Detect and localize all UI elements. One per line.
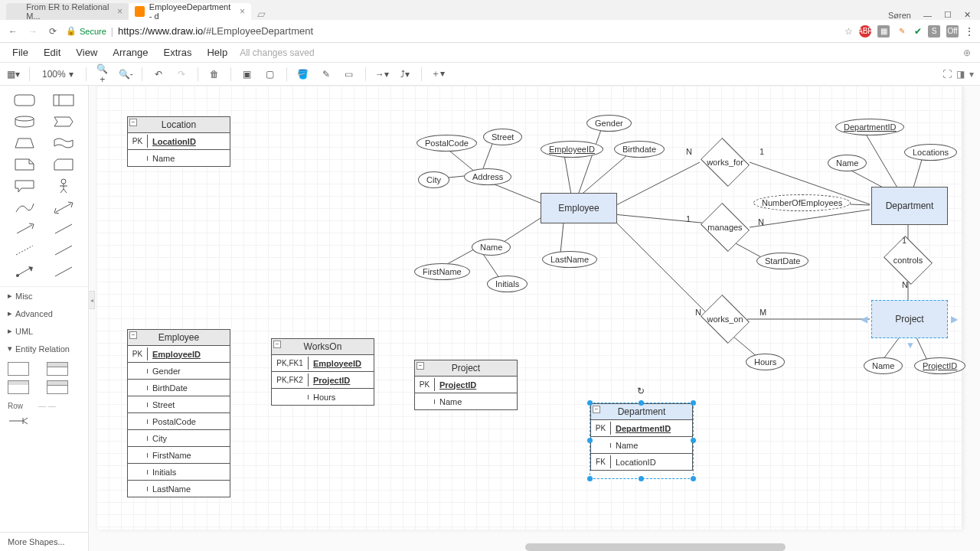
attr-name-proj[interactable]: Name (864, 357, 903, 374)
menu-help[interactable]: Help (201, 45, 234, 60)
shape-arrow-bidir[interactable] (48, 199, 80, 216)
zoom-in-icon[interactable]: 🔍+ (96, 64, 109, 85)
shadow-button[interactable]: ▭ (342, 69, 356, 80)
attr-employeeid[interactable]: EmployeeID (541, 141, 603, 158)
undo-button[interactable]: ↶ (152, 69, 165, 80)
resize-handle[interactable] (691, 400, 696, 406)
menu-extras[interactable]: Extras (158, 45, 198, 60)
line-color-button[interactable]: ✎ (319, 69, 333, 80)
er-shape-header[interactable] (47, 362, 68, 376)
bookmark-star-icon[interactable]: ☆ (844, 26, 853, 37)
attr-city[interactable]: City (418, 171, 449, 188)
attr-hours[interactable]: Hours (746, 354, 785, 370)
er-row-label[interactable]: Row (8, 402, 23, 410)
menu-arrange[interactable]: Arrange (106, 45, 154, 60)
shape-callout[interactable] (9, 178, 41, 194)
tab-close-icon[interactable]: × (240, 6, 245, 17)
table-department[interactable]: − Department PKDepartmentID Name FKLocat… (590, 403, 693, 471)
extension-icon[interactable]: ✔ (914, 26, 922, 37)
menu-edit[interactable]: Edit (38, 45, 67, 60)
url-input[interactable]: 🔒Secure | https://www.draw.io/#LEmployee… (66, 25, 838, 37)
tab-close-icon[interactable]: × (117, 6, 122, 17)
category-uml[interactable]: ▸ UML (0, 322, 88, 340)
shape-card[interactable] (48, 156, 80, 173)
redo-button[interactable]: ↷ (175, 69, 188, 80)
relationship-works-for[interactable]: works_for (697, 147, 753, 178)
attr-street[interactable]: Street (483, 129, 522, 145)
resize-handle[interactable] (587, 400, 593, 406)
category-misc[interactable]: ▸ Misc (0, 287, 88, 305)
canvas-area[interactable]: − Location PKLocationID Name − Employee … (89, 86, 980, 551)
attr-gender[interactable]: Gender (586, 115, 632, 132)
minimize-button[interactable]: — (923, 11, 932, 20)
shape-link-arrow[interactable] (9, 263, 41, 280)
close-window-button[interactable]: ✕ (964, 10, 971, 20)
waypoint-style[interactable]: ⤴▾ (398, 69, 412, 80)
table-project[interactable]: − Project PKProjectID Name (414, 360, 518, 410)
reload-button[interactable]: ⟳ (46, 26, 60, 37)
rotate-handle[interactable]: ↻ (637, 386, 646, 395)
horizontal-scrollbar[interactable] (525, 543, 786, 551)
attr-firstname[interactable]: FirstName (414, 263, 470, 280)
table-employee[interactable]: − Employee PKEmployeeID Gender BirthDate… (127, 329, 230, 497)
shape-container[interactable] (48, 92, 80, 109)
shape-cylinder[interactable] (9, 113, 41, 130)
resize-handle[interactable] (587, 476, 593, 481)
attr-address[interactable]: Address (464, 168, 511, 185)
fill-color-button[interactable]: 🪣 (296, 69, 310, 80)
shape-note[interactable] (9, 156, 41, 173)
shape-line2[interactable] (48, 263, 80, 280)
shape-dashed[interactable] (9, 242, 41, 259)
shape-curve[interactable] (9, 199, 41, 216)
attr-projectid[interactable]: ProjectID (914, 357, 965, 374)
resize-handle[interactable] (691, 476, 696, 481)
attr-name-dept[interactable]: Name (828, 155, 867, 171)
collapse-icon[interactable]: − (273, 341, 281, 348)
attr-locations[interactable]: Locations (904, 144, 957, 161)
browser-tab-inactive[interactable]: From ER to Relational M... × (6, 3, 129, 20)
relationship-controls[interactable]: controls (880, 245, 936, 276)
insert-button[interactable]: ＋▾ (431, 67, 445, 80)
shape-tape[interactable] (48, 135, 80, 152)
menu-button[interactable]: ⋮ (965, 26, 974, 37)
entity-employee[interactable]: Employee (541, 193, 617, 223)
attr-name-emp[interactable]: Name (472, 239, 511, 256)
entity-project[interactable]: Project (871, 300, 948, 338)
shape-line-thin[interactable] (48, 220, 80, 237)
connect-arrow-icon[interactable]: ▶ (951, 314, 958, 324)
connect-arrow-icon[interactable]: ▼ (906, 340, 915, 350)
menu-file[interactable]: File (6, 45, 34, 60)
attr-departmentid[interactable]: DepartmentID (835, 119, 904, 135)
collapse-icon[interactable]: ▾ (969, 69, 974, 80)
adblock-icon[interactable]: ABP (859, 25, 871, 37)
attr-numberofemployees[interactable]: NumberOfEmployees (753, 194, 851, 211)
shape-actor[interactable] (48, 178, 80, 194)
shape-arrow[interactable] (9, 220, 41, 237)
extension-icon[interactable]: Off (946, 25, 959, 37)
new-tab-button[interactable]: ▱ (251, 8, 272, 20)
collapse-icon[interactable]: − (416, 362, 424, 370)
sidebar-splitter[interactable]: ◂ (89, 291, 95, 309)
to-back-button[interactable]: ▢ (263, 69, 277, 80)
er-shape-plain[interactable] (8, 362, 29, 376)
zoom-select[interactable]: 100% ▾ (39, 67, 77, 81)
extension-icon[interactable]: ✎ (896, 25, 908, 37)
shape-step[interactable] (48, 113, 80, 130)
shape-line[interactable] (48, 242, 80, 259)
entity-department[interactable]: Department (871, 187, 948, 225)
maximize-button[interactable]: ☐ (944, 10, 952, 20)
table-location[interactable]: − Location PKLocationID Name (127, 116, 230, 167)
collapse-icon[interactable]: − (129, 331, 137, 339)
shape-rect-round[interactable] (9, 92, 41, 109)
diagram-canvas[interactable]: − Location PKLocationID Name − Employee … (96, 86, 962, 530)
collapse-icon[interactable]: − (593, 406, 600, 413)
more-shapes-button[interactable]: More Shapes... (0, 532, 88, 551)
to-front-button[interactable]: ▣ (240, 69, 254, 80)
attr-startdate[interactable]: StartDate (756, 253, 808, 269)
er-shape-list[interactable] (8, 380, 29, 394)
menu-view[interactable]: View (70, 45, 103, 60)
forward-button[interactable]: → (26, 26, 40, 37)
category-entity-relation[interactable]: ▾ Entity Relation (0, 340, 88, 357)
relationship-works-on[interactable]: works_on (697, 304, 753, 334)
resize-handle[interactable] (639, 400, 644, 406)
